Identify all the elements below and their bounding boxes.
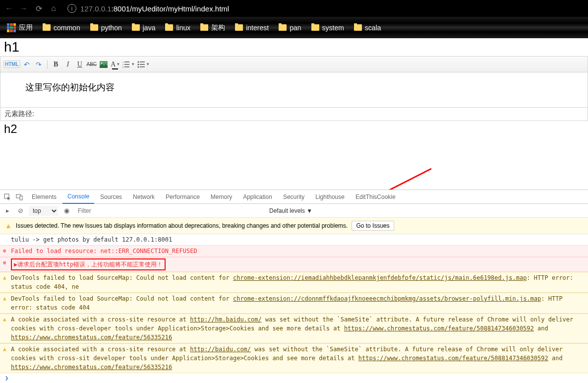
editor-content[interactable]: 这里写你的初始化内容 [0,72,588,107]
tab-performance[interactable]: Performance [161,190,205,204]
bookmark-label: linux [176,24,190,32]
bookmark-label: pan [290,24,301,32]
image-button[interactable] [98,59,109,70]
home-button[interactable]: ⌂ [49,4,59,13]
bookmark-label: scala [365,24,381,32]
console-log-row: tuliu -> get photos by default 127.0.0.1… [0,234,588,245]
bookmark-label: python [101,24,122,32]
log-text: DevTools failed to load SourceMap: Could… [11,294,583,312]
bookmark-python[interactable]: python [90,24,122,32]
bookmark-label: 架构 [211,23,225,32]
unordered-list-button[interactable]: ▼ [137,59,151,70]
bookmark-interest[interactable]: interest [235,24,269,32]
svg-rect-7 [124,66,129,67]
folder-icon [354,24,362,31]
folder-icon [165,24,173,31]
tab-lighthouse[interactable]: Lighthouse [310,190,350,204]
tab-network[interactable]: Network [128,190,160,204]
strikethrough-button[interactable]: ABC [86,59,97,70]
bookmark-label: java [143,24,156,32]
context-dropdown[interactable]: top [29,206,58,216]
log-text: tuliu -> get photos by default 127.0.0.1… [11,235,172,244]
editor-toolbar: HTML ↶ ↷ B I U ABC A▼ 123▼ ▼ [0,57,588,72]
page-title: h1 [0,38,588,56]
bookmark-java[interactable]: java [132,24,156,32]
bookmark-label: system [322,24,344,32]
device-icon[interactable] [15,192,24,201]
console-prompt[interactable]: ❯ [0,373,588,383]
tab-memory[interactable]: Memory [206,190,237,204]
console-warning-row: ▲ DevTools failed to load SourceMap: Cou… [0,272,588,293]
highlighted-error: ▶请求后台配置项http错误，上传功能将不能正常使用！ [11,258,166,270]
console-warning-row: ▲ A cookie associated with a cross-site … [0,314,588,343]
tab-sources[interactable]: Sources [95,190,127,204]
italic-button[interactable]: I [62,59,73,70]
error-icon: ⊗ [3,259,6,267]
redo-button[interactable]: ↷ [33,59,44,70]
inspect-icon[interactable] [3,192,12,201]
svg-point-12 [138,66,139,67]
font-color-button[interactable]: A▼ [110,59,121,70]
bookmark-pan[interactable]: pan [279,24,301,32]
issues-text: Issues detected. The new Issues tab disp… [16,222,348,229]
console-error-row: ⊗ Failed to load resource: net::ERR_CONN… [0,245,588,257]
page-content: h1 HTML ↶ ↷ B I U ABC A▼ 123▼ ▼ 这里写你的初始化… [0,38,588,137]
url-text: 127.0.0.1:8001/myUeditor/myHtml/index.ht… [80,4,229,13]
tab-console[interactable]: Console [62,190,94,204]
tab-application[interactable]: Application [238,190,277,204]
bookmark-arch[interactable]: 架构 [200,23,225,32]
undo-button[interactable]: ↶ [21,59,32,70]
tab-elements[interactable]: Elements [27,190,61,204]
sidebar-toggle-icon[interactable]: ▸ [3,207,12,214]
forward-button[interactable]: → [19,4,29,13]
console-warning-row: ▲ A cookie associated with a cross-site … [0,343,588,373]
warning-icon: ▲ [3,345,6,354]
h2-label: h2 [0,121,588,137]
log-text: A cookie associated with a cross-site re… [11,345,583,372]
warning-icon: ▲ [3,274,6,282]
svg-rect-13 [140,66,145,67]
bold-button[interactable]: B [51,59,61,70]
svg-point-8 [138,61,139,63]
console-messages: tuliu -> get photos by default 127.0.0.1… [0,234,588,373]
warning-icon: ▲ [3,295,6,303]
reload-button[interactable]: ⟳ [34,4,44,13]
folder-icon [43,24,51,31]
back-button[interactable]: ← [4,4,14,13]
clear-console-icon[interactable]: ⊘ [16,207,25,214]
svg-rect-18 [20,196,22,200]
apps-button[interactable]: 应用 [7,23,33,32]
console-warning-row: ▲ DevTools failed to load SourceMap: Cou… [0,293,588,314]
info-icon[interactable]: i [67,4,76,13]
element-path: 元素路径: [0,107,588,121]
browser-navigation-bar: ← → ⟳ ⌂ i 127.0.0.1:8001/myUeditor/myHtm… [0,0,588,17]
warning-icon: ▲ [3,316,6,324]
filter-input[interactable] [75,206,263,216]
bookmark-label: interest [246,24,269,32]
bookmark-system[interactable]: system [311,24,344,32]
bookmark-common[interactable]: common [43,24,80,32]
bookmark-label: common [54,24,80,32]
folder-icon [132,24,140,31]
go-to-issues-button[interactable]: Go to Issues [352,221,394,231]
levels-dropdown[interactable]: Default levels ▼ [267,206,319,215]
folder-icon [200,24,208,31]
bookmark-scala[interactable]: scala [354,24,381,32]
svg-rect-3 [124,62,129,63]
bookmarks-bar: 应用 common python java linux 架构 interest … [0,17,588,38]
log-text: A cookie associated with a cross-site re… [11,315,583,342]
bookmark-linux[interactable]: linux [165,24,190,32]
ueditor: HTML ↶ ↷ B I U ABC A▼ 123▼ ▼ 这里写你的初始化内容 … [0,56,588,121]
underline-button[interactable]: U [74,59,85,70]
url-bar[interactable]: i 127.0.0.1:8001/myUeditor/myHtml/index.… [63,1,584,15]
apps-label: 应用 [19,23,33,32]
tab-security[interactable]: Security [278,190,309,204]
ordered-list-button[interactable]: 123▼ [122,59,136,70]
live-expression-icon[interactable]: ◉ [62,207,71,214]
html-button[interactable]: HTML [3,61,20,68]
tab-editthiscookie[interactable]: EditThisCookie [351,190,401,204]
console-filter-bar: ▸ ⊘ top ◉ Default levels ▼ [0,204,588,218]
error-icon: ⊗ [3,247,6,255]
folder-icon [235,24,243,31]
svg-rect-11 [140,64,145,65]
